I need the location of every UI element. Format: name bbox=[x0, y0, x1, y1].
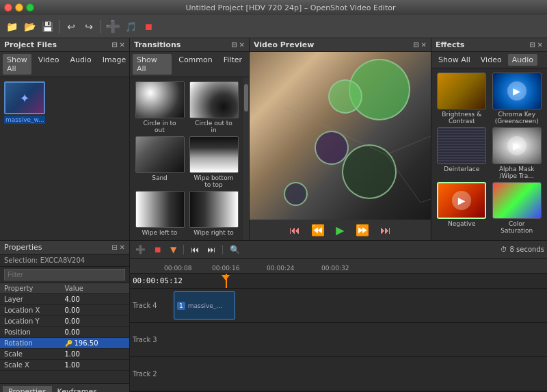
video-preview-close-icon[interactable]: ✕ bbox=[421, 41, 427, 49]
video-preview-collapse-icon[interactable]: ⊟ bbox=[413, 41, 418, 49]
save-icon[interactable]: 💾 bbox=[40, 19, 55, 34]
back-button[interactable]: ⏪ bbox=[308, 222, 328, 238]
close-button[interactable] bbox=[4, 3, 12, 12]
timeline-ruler: 00:00:08 00:00:16 00:00:24 00:00:32 bbox=[130, 259, 547, 274]
properties-filter-input[interactable] bbox=[4, 269, 125, 280]
effects-tab-show-all[interactable]: Show All bbox=[434, 54, 475, 66]
panel-close-icon[interactable]: ✕ bbox=[120, 41, 125, 49]
effects-tab-video[interactable]: Video bbox=[477, 54, 506, 66]
end-button[interactable]: ⏭ bbox=[377, 222, 394, 238]
properties-title: Properties bbox=[4, 243, 42, 252]
effect-thumb-chroma: ▶ bbox=[492, 73, 542, 109]
new-file-icon[interactable]: 📁 bbox=[4, 19, 19, 34]
transition-sand[interactable]: Sand bbox=[134, 136, 185, 188]
props-tab-keyframes[interactable]: Keyframes bbox=[52, 386, 103, 392]
transition-label-wipe-right: Wipe right to bbox=[194, 229, 233, 236]
tab-image[interactable]: Image bbox=[98, 54, 130, 75]
effect-chroma-key[interactable]: ▶ Chroma Key(Greenscreen) bbox=[491, 73, 544, 125]
tab-video[interactable]: Video bbox=[34, 54, 64, 75]
video-preview-header-icons[interactable]: ⊟ ✕ bbox=[413, 41, 427, 49]
props-tab-properties[interactable]: Properties bbox=[3, 386, 52, 392]
transitions-tab-show-all[interactable]: Show All bbox=[133, 54, 172, 75]
effect-label-negative: Negative bbox=[448, 220, 475, 227]
open-file-icon[interactable]: 📂 bbox=[22, 19, 37, 34]
transition-thumb-wipe-bottom bbox=[189, 136, 239, 173]
add-icon[interactable]: ➕ bbox=[105, 19, 120, 34]
timer-icon: ⏱ bbox=[501, 246, 507, 253]
transitions-tab-common[interactable]: Common bbox=[174, 54, 217, 75]
effects-collapse-icon[interactable]: ⊟ bbox=[529, 41, 535, 49]
window-controls[interactable] bbox=[4, 3, 34, 12]
project-files-panel: Project Files ⊟ ✕ Show All Video Audio I… bbox=[0, 38, 130, 240]
tl-prev-button[interactable]: ⏮ bbox=[188, 244, 202, 256]
effects-header-icons[interactable]: ⊟ ✕ bbox=[529, 41, 543, 49]
transitions-tab-filter[interactable]: Filter bbox=[219, 54, 246, 75]
maximize-button[interactable] bbox=[26, 3, 34, 12]
file-thumbnail[interactable]: ✦ bbox=[4, 81, 45, 114]
effect-deinterlace[interactable]: Deinterlace bbox=[436, 127, 488, 179]
minimize-button[interactable] bbox=[15, 3, 23, 12]
title-bar: Untitled Project [HDV 720 24p] – OpenSho… bbox=[0, 0, 547, 15]
effects-tabs: Show All Video Audio bbox=[431, 52, 547, 68]
transitions-scrollbar-thumb[interactable] bbox=[244, 84, 248, 112]
prop-row-location-y: Location Y 0.00 bbox=[0, 316, 129, 327]
effect-color-saturation[interactable]: ColorSaturation bbox=[491, 182, 544, 234]
transitions-panel: Transitions ⊟ ✕ Show All Common Filter C… bbox=[130, 38, 250, 240]
redo-icon[interactable]: ↪ bbox=[81, 19, 96, 34]
rewind-button[interactable]: ⏮ bbox=[286, 222, 303, 238]
effects-grid: Brightness &Contrast ▶ Chroma Key(Greens… bbox=[431, 68, 547, 238]
effect-brightness[interactable]: Brightness &Contrast bbox=[436, 73, 488, 125]
tab-show-all[interactable]: Show All bbox=[3, 54, 31, 75]
effect-alpha-mask[interactable]: ▶ Alpha Mask/Wipe Tra... bbox=[491, 127, 544, 179]
track-4-clip-1[interactable]: 1 massive_... bbox=[174, 291, 235, 319]
tl-remove-button[interactable]: ⏹ bbox=[151, 244, 165, 256]
transition-label-circle-out-in: Circle out toin bbox=[195, 120, 232, 133]
transitions-header-icons[interactable]: ⊟ ✕ bbox=[231, 41, 245, 49]
prop-value-position: 0.00 bbox=[65, 328, 126, 336]
transitions-collapse-icon[interactable]: ⊟ bbox=[231, 41, 237, 49]
toolbar-separator-2 bbox=[101, 20, 101, 34]
prop-row-rotation[interactable]: Rotation 🔑 196.50 bbox=[0, 338, 129, 349]
tl-filter-button[interactable]: ▼ bbox=[168, 244, 179, 256]
undo-icon[interactable]: ↩ bbox=[64, 19, 79, 34]
transition-wipe-left[interactable]: Wipe left to bbox=[134, 191, 185, 236]
tl-add-button[interactable]: ➕ bbox=[133, 244, 148, 256]
panel-header-icons[interactable]: ⊟ ✕ bbox=[111, 41, 125, 49]
play-button[interactable]: ▶ bbox=[333, 222, 347, 238]
top-panels: Project Files ⊟ ✕ Show All Video Audio I… bbox=[0, 38, 547, 240]
audio-icon[interactable]: 🎵 bbox=[123, 19, 138, 34]
transition-wipe-bottom[interactable]: Wipe bottomto top bbox=[188, 136, 239, 188]
properties-collapse-icon[interactable]: ⊟ bbox=[111, 244, 117, 251]
effect-negative[interactable]: ▶ Negative bbox=[436, 182, 488, 234]
effect-label-deinterlace: Deinterlace bbox=[444, 166, 479, 172]
transitions-tabs: Show All Common Filter bbox=[130, 52, 249, 77]
clip-label: massive_... bbox=[188, 302, 222, 309]
panel-collapse-icon[interactable]: ⊟ bbox=[111, 41, 117, 49]
rotation-anim-icon: 🔑 bbox=[65, 340, 72, 347]
effects-close-icon[interactable]: ✕ bbox=[537, 41, 543, 49]
transition-circle-out-in[interactable]: Circle out toin bbox=[188, 81, 239, 133]
svg-line-0 bbox=[284, 107, 386, 155]
transition-label-wipe-left: Wipe left to bbox=[142, 229, 178, 236]
tab-audio[interactable]: Audio bbox=[66, 54, 96, 75]
video-preview-area bbox=[250, 52, 431, 220]
effects-header: Effects ⊟ ✕ bbox=[431, 38, 547, 52]
tl-zoom-button[interactable]: 🔍 bbox=[227, 244, 243, 256]
properties-filter bbox=[0, 267, 129, 283]
tl-next-button[interactable]: ⏭ bbox=[204, 244, 218, 256]
properties-close-icon[interactable]: ✕ bbox=[120, 244, 125, 251]
window-title: Untitled Project [HDV 720 24p] – OpenSho… bbox=[38, 3, 543, 12]
prop-value-location-y: 0.00 bbox=[65, 317, 126, 325]
transitions-scrollbar[interactable] bbox=[243, 77, 249, 240]
transition-wipe-right[interactable]: Wipe right to bbox=[188, 191, 239, 236]
stop-icon[interactable]: ⏹ bbox=[141, 19, 156, 34]
playhead-head[interactable] bbox=[222, 275, 230, 280]
forward-button[interactable]: ⏩ bbox=[353, 222, 372, 238]
transitions-close-icon[interactable]: ✕ bbox=[239, 41, 245, 49]
transition-circle-in-out[interactable]: Circle in toout bbox=[134, 81, 185, 133]
project-files-tabs: Show All Video Audio Image bbox=[0, 52, 129, 77]
track-3-label: Track 3 bbox=[133, 336, 167, 343]
properties-header-icons[interactable]: ⊟ ✕ bbox=[111, 244, 125, 251]
chroma-play-overlay: ▶ bbox=[507, 81, 526, 101]
effects-tab-audio[interactable]: Audio bbox=[508, 54, 537, 66]
